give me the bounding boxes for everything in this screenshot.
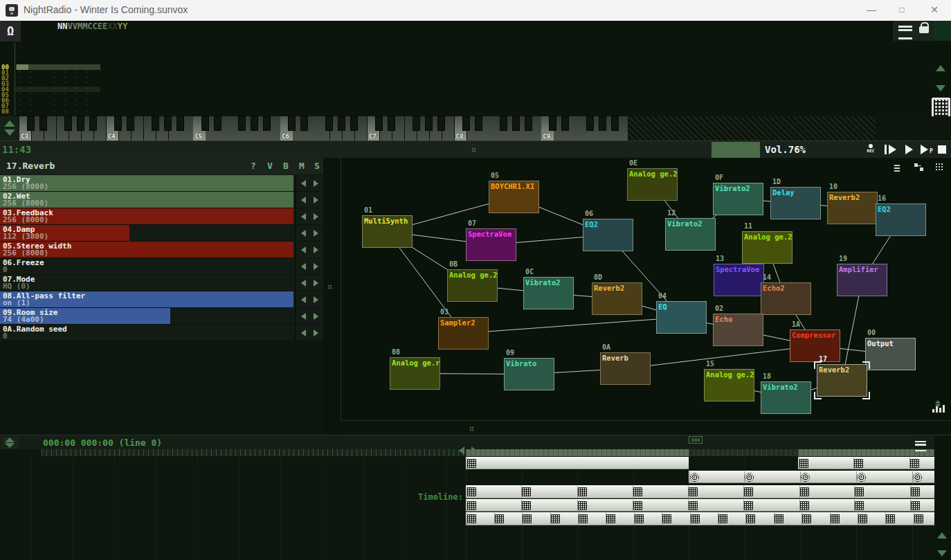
- pattern-icon[interactable]: [913, 473, 922, 482]
- black-key[interactable]: [164, 116, 172, 131]
- ruler-segment[interactable]: [466, 449, 689, 456]
- slider-decrease-button[interactable]: [301, 313, 306, 320]
- slider-increase-button[interactable]: [314, 280, 318, 287]
- black-key[interactable]: [599, 116, 606, 131]
- black-key[interactable]: [300, 116, 308, 131]
- slider-increase-button[interactable]: [314, 263, 318, 270]
- module-analog-ge-2[interactable]: Analog ge.2: [627, 168, 678, 201]
- module-multisynth[interactable]: MultiSynth: [362, 215, 413, 248]
- close-button[interactable]: ✕: [919, 0, 950, 20]
- ruler-segment[interactable]: [689, 449, 798, 456]
- module-vibrato2[interactable]: Vibrato2: [523, 277, 574, 309]
- black-key[interactable]: [325, 116, 333, 131]
- module-graph[interactable]: MultiSynth01BOYCHR1.XI05SpectraVoe07EQ20…: [341, 158, 951, 421]
- pattern-icon[interactable]: [746, 514, 755, 523]
- slider-decrease-button[interactable]: [301, 329, 306, 336]
- module-spectravoe[interactable]: SpectraVoe: [714, 264, 764, 296]
- keyboard-octave-nav[interactable]: [0, 116, 19, 141]
- slider-decrease-button[interactable]: [301, 180, 306, 187]
- pattern-icon[interactable]: [467, 459, 476, 468]
- pattern-icon[interactable]: [690, 473, 699, 482]
- record-button[interactable]: REC: [862, 144, 879, 153]
- black-key[interactable]: [462, 116, 470, 131]
- slider-decrease-button[interactable]: [301, 263, 306, 270]
- pattern-icon[interactable]: [633, 501, 642, 510]
- module-reverb2[interactable]: Reverb2: [827, 192, 878, 224]
- pattern-icon[interactable]: [855, 487, 864, 496]
- pattern-icon[interactable]: [831, 514, 840, 523]
- black-key[interactable]: [388, 116, 395, 131]
- pattern-icon[interactable]: [914, 514, 923, 523]
- pattern-icon[interactable]: [718, 514, 727, 523]
- black-key[interactable]: [214, 116, 221, 131]
- slider-decrease-button[interactable]: [301, 213, 306, 220]
- timeline-pattern-area[interactable]: ʬʬʬ: [466, 435, 934, 560]
- slider-increase-button[interactable]: [314, 296, 318, 303]
- pattern-icon[interactable]: [800, 501, 809, 510]
- module-delay[interactable]: Delay: [770, 187, 821, 219]
- controller-slider[interactable]: 07.ModeHQ (0): [0, 275, 323, 291]
- pane-divider-handle-bottom[interactable]: ∷: [469, 424, 473, 433]
- slider-increase-button[interactable]: [314, 180, 318, 187]
- slider-decrease-button[interactable]: [301, 197, 306, 204]
- controller-button-s[interactable]: S: [310, 161, 324, 171]
- maximize-button[interactable]: □: [887, 0, 917, 20]
- graph-grid-button[interactable]: [935, 163, 944, 172]
- controller-button-m[interactable]: M: [295, 161, 309, 171]
- pattern-icon[interactable]: [578, 487, 587, 496]
- black-key[interactable]: [437, 116, 445, 131]
- module-reverb2[interactable]: Reverb2: [817, 364, 867, 397]
- minimize-button[interactable]: —: [856, 0, 887, 20]
- pattern-icon[interactable]: [745, 473, 754, 482]
- pattern-icon[interactable]: [802, 514, 811, 523]
- module-analog-ge-2[interactable]: Analog ge.2: [742, 231, 792, 264]
- black-key[interactable]: [561, 116, 569, 131]
- pattern-icon[interactable]: [662, 514, 671, 523]
- pattern-icon[interactable]: [578, 501, 587, 510]
- pattern-icon[interactable]: [522, 487, 531, 496]
- module-analog-ge-2[interactable]: Analog ge.2: [447, 269, 498, 302]
- controller-slider[interactable]: 03.Feedback256 (8000): [0, 208, 323, 225]
- pattern-icon[interactable]: [857, 473, 866, 482]
- black-key[interactable]: [500, 116, 507, 131]
- pattern-icon[interactable]: [522, 501, 531, 510]
- black-key[interactable]: [77, 116, 84, 131]
- module-vibrato2[interactable]: Vibrato2: [713, 183, 763, 215]
- pattern-icon[interactable]: [911, 501, 920, 510]
- sunvox-logo-icon[interactable]: Ω: [0, 21, 21, 42]
- vertical-pane-divider[interactable]: ∷: [323, 158, 341, 435]
- module-eq[interactable]: EQ: [656, 301, 707, 334]
- module-spectravoe[interactable]: SpectraVoe: [466, 228, 516, 261]
- play-pattern-button[interactable]: P: [921, 144, 936, 156]
- pattern-icon[interactable]: [551, 514, 560, 523]
- slider-decrease-button[interactable]: [301, 230, 306, 237]
- black-key[interactable]: [64, 116, 72, 131]
- timeline-menu-button[interactable]: [915, 441, 926, 451]
- module-vibrato2[interactable]: Vibrato2: [665, 218, 716, 251]
- black-key[interactable]: [263, 116, 271, 131]
- pattern-thumbnail-icon[interactable]: [932, 98, 950, 118]
- stop-button[interactable]: [938, 145, 946, 154]
- black-key[interactable]: [39, 116, 47, 131]
- slider-decrease-button[interactable]: [301, 296, 306, 303]
- pattern-icon[interactable]: [800, 487, 809, 496]
- pattern-row-cells[interactable]: · ·: [18, 109, 34, 114]
- controller-slider[interactable]: 0A.Random seed0: [0, 325, 323, 341]
- controller-button-?[interactable]: ?: [246, 161, 260, 171]
- pattern-icon[interactable]: [911, 487, 920, 496]
- black-key[interactable]: [375, 116, 383, 131]
- pane-divider-handle[interactable]: ∷: [471, 145, 476, 154]
- pattern-icon[interactable]: [744, 501, 753, 510]
- pattern-icon[interactable]: [910, 459, 919, 468]
- pattern-icon[interactable]: [633, 487, 642, 496]
- graph-connect-mode-button[interactable]: [914, 163, 925, 173]
- module-echo2[interactable]: Echo2: [761, 282, 811, 315]
- ruler-segment[interactable]: [798, 449, 934, 456]
- pattern-icon[interactable]: [689, 501, 698, 510]
- play-from-start-button[interactable]: [885, 144, 900, 156]
- module-eq2[interactable]: EQ2: [876, 204, 926, 236]
- controller-button-b[interactable]: B: [279, 161, 293, 171]
- controller-slider[interactable]: 02.Wet256 (8000): [0, 192, 323, 208]
- black-key[interactable]: [586, 116, 594, 131]
- main-menu-button[interactable]: [898, 26, 912, 39]
